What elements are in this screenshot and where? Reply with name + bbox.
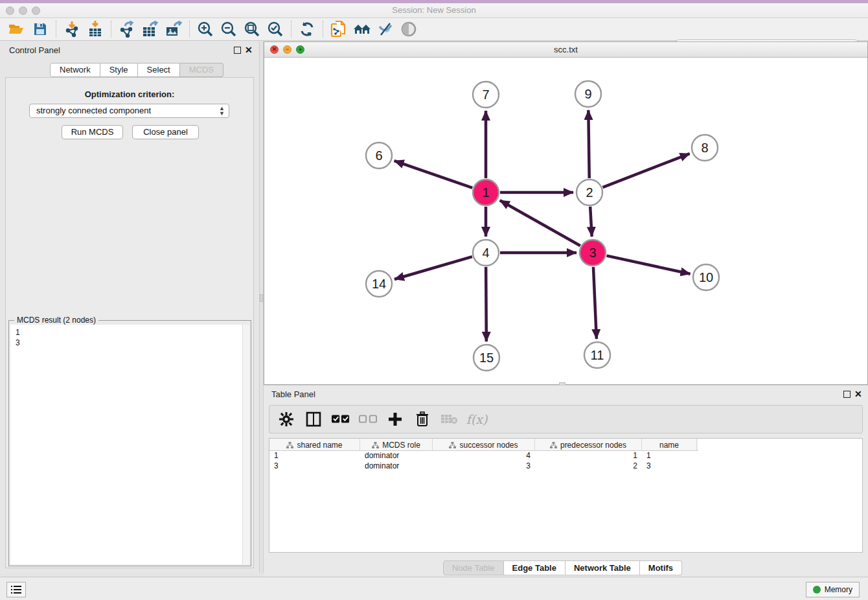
export-network-icon[interactable]: [115, 19, 139, 39]
zoom-selected-icon[interactable]: [264, 19, 287, 39]
delete-column-icon[interactable]: [413, 410, 431, 428]
tab-style[interactable]: Style: [100, 63, 138, 77]
cell-MCDS-role[interactable]: dominator: [360, 461, 433, 472]
sort-tree-icon[interactable]: [550, 442, 557, 448]
float-table-panel-icon[interactable]: [843, 391, 851, 398]
log-console-button[interactable]: [6, 582, 26, 597]
deselect-all-icon[interactable]: [359, 410, 377, 428]
cell-name[interactable]: 1: [642, 451, 697, 461]
tab-network-table[interactable]: Network Table: [565, 560, 640, 575]
edge-1-6[interactable]: [394, 161, 473, 188]
minimize-window-icon[interactable]: [19, 6, 27, 15]
list-icon: [11, 586, 21, 594]
column-header-predecessor-nodes[interactable]: predecessor nodes: [535, 439, 642, 451]
toolbar-separator: [189, 21, 190, 38]
cell-shared-name[interactable]: 3: [269, 461, 360, 472]
cell-name[interactable]: 3: [642, 461, 697, 472]
edge-3-10[interactable]: [606, 256, 690, 274]
settings-gear-icon[interactable]: [277, 410, 295, 428]
tab-node-table[interactable]: Node Table: [443, 560, 504, 575]
close-table-panel-icon[interactable]: ✕: [854, 389, 862, 399]
close-panel-button[interactable]: Close panel: [132, 125, 199, 139]
select-all-icon[interactable]: [332, 410, 350, 428]
column-header-shared-name[interactable]: shared name: [269, 439, 360, 451]
close-view-icon[interactable]: ✕: [270, 45, 279, 54]
clone-network-icon[interactable]: [327, 19, 350, 39]
column-layout-icon[interactable]: [304, 410, 323, 428]
sort-tree-icon[interactable]: [372, 442, 379, 448]
sort-tree-icon[interactable]: [449, 442, 456, 448]
node-label-9: 9: [584, 87, 591, 101]
cell-successor-nodes[interactable]: 4: [433, 451, 535, 461]
edge-2-9[interactable]: [588, 110, 589, 178]
table-row[interactable]: 3dominator323: [269, 461, 862, 472]
open-session-icon[interactable]: [5, 19, 29, 39]
maximize-view-icon[interactable]: ＋: [296, 45, 304, 54]
memory-label: Memory: [825, 585, 852, 594]
graphics-details-icon[interactable]: [374, 19, 397, 39]
column-header-MCDS-role[interactable]: MCDS role: [360, 439, 433, 451]
birds-eye-view-icon[interactable]: [397, 19, 420, 39]
edge-2-3[interactable]: [590, 207, 591, 237]
float-panel-icon[interactable]: [234, 47, 241, 54]
run-mcds-label: Run MCDS: [71, 127, 114, 137]
toolbar-separator: [291, 21, 291, 38]
export-table-icon[interactable]: [139, 19, 162, 39]
add-column-icon[interactable]: [386, 410, 404, 428]
tab-mcds[interactable]: MCDS: [180, 63, 223, 77]
mcds-result-scrollbar[interactable]: [242, 325, 249, 564]
close-window-icon[interactable]: [6, 6, 14, 15]
node-label-7: 7: [482, 87, 489, 102]
close-panel-label: Close panel: [143, 127, 188, 137]
run-mcds-button[interactable]: Run MCDS: [62, 125, 123, 139]
network-graph-canvas[interactable]: 7968124314101511: [264, 58, 867, 384]
window-title: Session: New Session: [0, 3, 868, 17]
save-session-icon[interactable]: [29, 19, 52, 39]
node-label-6: 6: [375, 148, 382, 163]
edge-4-15[interactable]: [486, 267, 486, 341]
window-controls[interactable]: [6, 6, 40, 15]
zoom-out-icon[interactable]: [217, 19, 240, 39]
tab-motifs[interactable]: Motifs: [640, 560, 682, 575]
column-header-successor-nodes[interactable]: successor nodes: [433, 439, 535, 451]
minimize-view-icon[interactable]: −: [283, 45, 291, 54]
node-label-4: 4: [482, 246, 489, 260]
close-panel-icon[interactable]: ✕: [245, 45, 253, 55]
tab-network[interactable]: Network: [50, 63, 100, 77]
table-row[interactable]: 1dominator411: [269, 451, 862, 461]
cell-successor-nodes[interactable]: 3: [433, 461, 535, 472]
node-label-11: 11: [591, 348, 604, 362]
edge-3-1[interactable]: [500, 200, 580, 246]
network-window-titlebar[interactable]: ✕ − ＋ scc.txt: [264, 42, 867, 58]
splitter-handle[interactable]: [260, 294, 263, 302]
toolbar-separator: [56, 21, 56, 38]
node-table[interactable]: shared nameMCDS rolesuccessor nodesprede…: [269, 438, 863, 553]
sort-tree-icon[interactable]: [286, 442, 293, 448]
export-image-icon[interactable]: [162, 19, 185, 39]
import-table-icon[interactable]: [84, 19, 107, 39]
tab-select[interactable]: Select: [138, 63, 180, 77]
cell-MCDS-role[interactable]: dominator: [360, 451, 433, 461]
vertical-splitter[interactable]: [259, 41, 264, 573]
refresh-icon[interactable]: [295, 19, 319, 39]
tab-edge-table[interactable]: Edge Table: [504, 560, 565, 575]
column-header-name[interactable]: name: [642, 439, 697, 451]
cell-predecessor-nodes[interactable]: 2: [535, 461, 642, 472]
maximize-window-icon[interactable]: [32, 6, 40, 15]
dropdown-stepper-icon: ▲▼: [219, 106, 225, 116]
edge-2-8[interactable]: [603, 154, 690, 187]
edge-3-11[interactable]: [593, 267, 597, 339]
cell-predecessor-nodes[interactable]: 1: [535, 451, 642, 461]
zoom-in-icon[interactable]: [194, 19, 217, 39]
memory-button[interactable]: Memory: [806, 582, 860, 597]
houses-icon[interactable]: [350, 19, 374, 39]
edge-4-14[interactable]: [394, 257, 472, 279]
column-label: MCDS role: [382, 441, 420, 450]
criterion-dropdown[interactable]: strongly connected component ▲▼: [29, 104, 229, 118]
zoom-fit-icon[interactable]: [240, 19, 264, 39]
network-view-window: ✕ − ＋ scc.txt 7968124314101511: [264, 41, 868, 385]
table-panel: Table Panel ✕ f(x) shared nameMCDS roles…: [264, 385, 868, 577]
cell-shared-name[interactable]: 1: [269, 451, 360, 461]
mcds-result-textarea[interactable]: 1 3: [10, 325, 249, 564]
import-network-icon[interactable]: [60, 19, 84, 39]
